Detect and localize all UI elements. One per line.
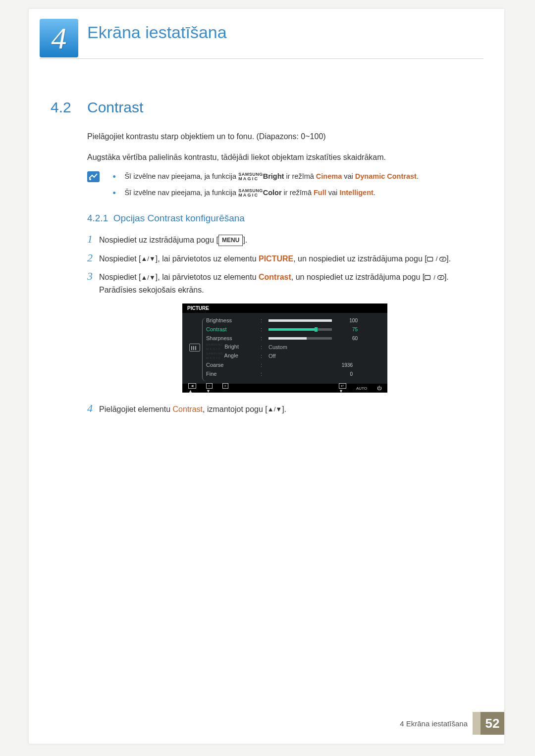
svg-rect-4 (425, 276, 430, 280)
osd-curve (202, 318, 206, 381)
osd-header: PICTURE (182, 303, 387, 313)
footer-stripe (473, 712, 481, 735)
osd-row: SAMSUNGMAGIC Bright:Custom (206, 343, 380, 352)
note-block: Šī izvēlne nav pieejama, ja funkcija SAM… (87, 171, 479, 204)
osd-body: Brightness:100Contrast:75Sharpness:60SAM… (182, 313, 387, 381)
svg-point-1 (89, 178, 91, 180)
up-down-icon: ▲/▼ (268, 404, 282, 415)
osd-screenshot: PICTURE Brightness:100Contrast:75Sharpne… (182, 303, 387, 393)
subsection-heading: 4.2.1 Opcijas Contrast konfigurēšana (87, 213, 245, 224)
footer-text: 4 Ekrāna iestatīšana (400, 719, 473, 728)
osd-footer: ◄▲ −▼ + ↵▼ AUTO ⏻ (182, 384, 387, 393)
osd-nav-auto: AUTO (356, 386, 367, 391)
osd-row: Coarse:1936 (206, 360, 380, 369)
chapter-number: 4 (52, 21, 67, 56)
osd-row: Sharpness:60 (206, 334, 380, 343)
rect-enter-icon: / (425, 273, 444, 283)
note-list: Šī izvēlne nav pieejama, ja funkcija SAM… (108, 171, 473, 204)
svg-rect-2 (427, 257, 432, 261)
chapter-title: Ekrāna iestatīšana (87, 23, 227, 42)
osd-nav-plus-icon: + (222, 383, 229, 394)
intro-p2: Augstāka vērtība palielinās kontrastu, t… (87, 151, 479, 163)
samsung-magic-logo: SAMSUNGMAGIC (238, 172, 263, 181)
header-rule (40, 58, 483, 59)
note-item-1: Šī izvēlne nav pieejama, ja funkcija SAM… (108, 171, 473, 182)
osd-row: Brightness:100 (206, 316, 380, 325)
osd-nav-power-icon: ⏻ (377, 386, 381, 391)
menu-button-label: MENU (218, 235, 243, 246)
step-4: 4 Pielāgojiet elementu Contrast, izmanto… (87, 402, 482, 421)
section-number: 4.2 (51, 99, 71, 116)
note-item-2: Šī izvēlne nav pieejama, ja funkcija SAM… (108, 188, 473, 198)
intro-block: Pielāgojiet kontrastu starp objektiem un… (87, 131, 479, 172)
step-2: 2 Nospiediet [▲/▼], lai pārvietotos uz e… (87, 252, 482, 265)
page: 4 Ekrāna iestatīšana 4.2 Contrast Pielāg… (29, 9, 504, 744)
note-icon (87, 171, 100, 182)
samsung-magic-logo: SAMSUNGMAGIC (238, 189, 263, 198)
page-footer: 4 Ekrāna iestatīšana 52 (400, 712, 504, 735)
osd-row: SAMSUNGMAGIC Angle:Off (206, 352, 380, 360)
up-down-icon: ▲/▼ (141, 273, 156, 283)
intro-p1: Pielāgojiet kontrastu starp objektiem un… (87, 131, 479, 143)
osd-nav-enter-icon: ↵▼ (339, 383, 346, 394)
up-down-icon: ▲/▼ (141, 254, 156, 264)
step-3: 3 Nospiediet [▲/▼], lai pārvietotos uz e… (87, 270, 482, 296)
footer-page-number: 52 (481, 712, 504, 735)
osd-nav-minus-icon: −▼ (206, 383, 213, 394)
osd-nav-left-icon: ◄▲ (188, 383, 196, 394)
osd-side-icon (189, 344, 200, 352)
osd-row: Fine:0 (206, 369, 380, 378)
rect-enter-icon: / (427, 254, 447, 264)
step-1: 1 Nospiediet uz izstrādājuma pogu [MENU]… (87, 233, 482, 247)
section-title: Contrast (87, 99, 143, 116)
steps: 1 Nospiediet uz izstrādājuma pogu [MENU]… (87, 233, 482, 301)
chapter-badge: 4 (40, 19, 78, 57)
osd-row: Contrast:75 (206, 325, 380, 334)
